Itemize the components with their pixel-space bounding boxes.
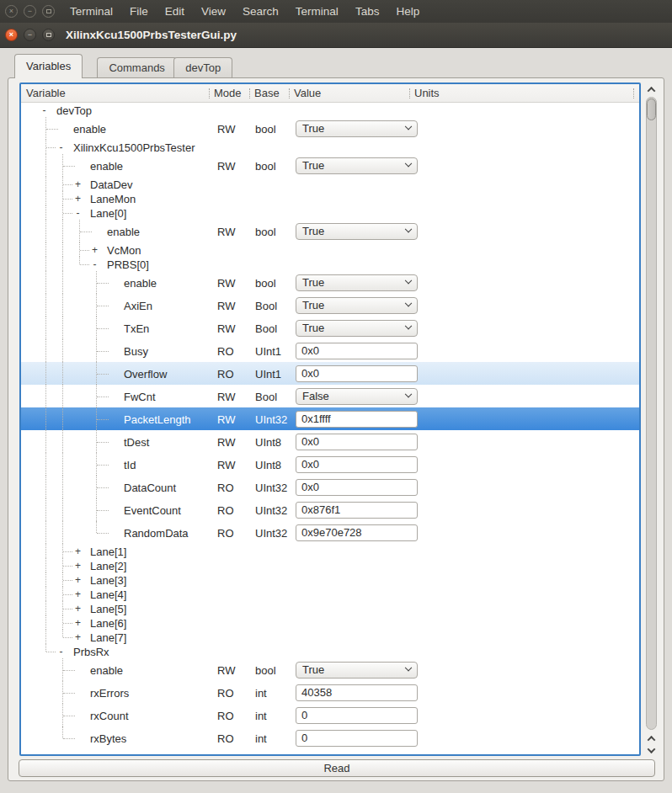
tree-row[interactable]: DataCountROUInt32 [21,476,639,498]
value-input[interactable] [296,343,418,359]
value-dropdown[interactable]: True [296,320,418,337]
expand-icon[interactable]: + [73,604,83,613]
tree-row[interactable]: +Lane[7] [21,630,639,644]
tab-variables[interactable]: Variables [14,54,83,78]
expand-icon[interactable]: + [73,590,83,599]
expand-icon[interactable]: + [73,547,83,556]
value-dropdown[interactable]: True [296,297,418,314]
value-input[interactable] [296,730,418,747]
tree-row[interactable]: enableRWboolTrue [21,117,639,140]
expand-icon[interactable]: + [73,633,83,641]
col-units[interactable]: Units [414,84,440,102]
collapse-icon[interactable]: - [56,143,66,152]
value-input[interactable] [296,456,418,473]
menu-item-terminal[interactable]: Terminal [61,0,121,23]
scroll-up-button[interactable] [644,82,659,96]
tree-row[interactable]: BusyROUInt1 [21,339,639,362]
tree-row[interactable]: tDestRWUInt8 [21,430,639,453]
tab-devtop[interactable]: devTop [173,57,232,78]
tree-row[interactable]: +VcMon [21,242,639,257]
menu-item-tabs[interactable]: Tabs [347,0,388,23]
value-input[interactable] [296,684,418,701]
tree-row[interactable]: tIdRWUInt8 [21,453,639,476]
value-dropdown[interactable]: True [296,223,418,240]
expand-icon[interactable]: + [90,246,99,254]
col-mode[interactable]: Mode [214,84,242,102]
value-dropdown[interactable]: True [296,662,418,679]
maximize-icon[interactable] [42,29,55,41]
tree-row[interactable]: +Lane[4] [21,587,639,601]
minimize-icon[interactable]: − [24,29,36,41]
col-value[interactable]: Value [294,84,321,102]
collapse-icon[interactable]: - [90,260,99,269]
value-input[interactable] [296,434,418,450]
menu-item-help[interactable]: Help [387,0,428,23]
tree-row[interactable]: enableRWboolTrue [21,154,639,177]
tree-row[interactable]: FwCntRWBoolFalse [21,385,639,407]
value-input[interactable] [296,502,418,519]
tree-row[interactable]: enableRWboolTrue [21,658,639,681]
menu-item-edit[interactable]: Edit [157,0,193,23]
value-dropdown[interactable]: False [296,388,418,405]
app-titlebar[interactable]: × − XilinxKcu1500PrbsTesterGui.py [0,23,672,48]
tree-row-hover[interactable]: OverflowROUInt1 [21,362,639,385]
expand-icon[interactable]: + [73,619,83,627]
menu-item-view[interactable]: View [193,0,234,23]
close-icon[interactable]: × [5,29,18,41]
expand-icon[interactable]: + [73,576,83,584]
scrollbar-track[interactable] [646,97,657,730]
tree-row[interactable]: +LaneMon [21,191,639,205]
collapse-icon[interactable]: - [40,106,49,114]
value-input[interactable] [296,365,418,382]
value-dropdown[interactable]: True [296,120,418,137]
value-input[interactable] [296,411,418,428]
value-input[interactable] [296,707,418,724]
tree-row[interactable]: +Lane[2] [21,558,639,572]
tree-row[interactable]: enableRWboolTrue [21,271,639,294]
tree-row[interactable]: rxCountROint [21,704,639,726]
value-input[interactable] [296,479,418,496]
window-minimize-icon[interactable]: − [24,5,36,18]
collapse-icon[interactable]: - [73,209,83,217]
tree-row[interactable]: -Lane[0] [21,205,639,220]
expand-icon[interactable]: + [73,561,83,570]
expand-icon[interactable]: + [73,194,83,203]
tree-row[interactable]: AxiEnRWBoolTrue [21,294,639,317]
window-maximize-icon[interactable] [42,5,55,18]
value-dropdown[interactable]: True [296,157,418,174]
tree-row[interactable]: TxEnRWBoolTrue [21,317,639,339]
value-dropdown[interactable]: True [296,274,418,291]
menu-item-terminal-2[interactable]: Terminal [287,0,347,23]
tree-row[interactable]: +Lane[3] [21,572,639,587]
tree-row[interactable]: -PRBS[0] [21,257,639,271]
tab-commands[interactable]: Commands [97,57,176,78]
tree-row[interactable]: rxErrorsROint [21,681,639,704]
tree-row[interactable]: -devTop [21,103,639,117]
tree-row[interactable]: +Lane[1] [21,544,639,558]
scroll-down-button[interactable] [644,744,659,756]
menu-item-file[interactable]: File [121,0,157,23]
menu-item-search[interactable]: Search [234,0,287,23]
tree-row[interactable]: EventCountROUInt32 [21,498,639,521]
tree-row[interactable]: -XilinxKcu1500PrbsTester [21,140,639,154]
tree-stub [63,716,75,716]
tree-row-selected[interactable]: PacketLengthRWUInt32 [21,407,639,430]
tree-row[interactable]: -PrbsRx [21,644,639,658]
tree-row[interactable]: enableRWboolTrue [21,220,639,242]
tree-row[interactable]: +Lane[5] [21,601,639,615]
tree-row[interactable]: +DataDev [21,177,639,191]
tree-guide [96,521,97,533]
read-button[interactable]: Read [19,759,655,777]
expand-icon[interactable]: + [73,180,83,189]
vertical-scrollbar[interactable] [644,82,659,756]
scroll-up-button[interactable] [644,732,659,744]
scrollbar-thumb[interactable] [647,98,656,120]
col-base[interactable]: Base [254,84,280,102]
value-input[interactable] [296,524,418,541]
window-close-icon[interactable]: × [5,5,18,18]
collapse-icon[interactable]: - [56,647,66,656]
tree-row[interactable]: rxBytesROint [21,726,639,749]
tree-row[interactable]: +Lane[6] [21,615,639,630]
tree-row[interactable]: RandomDataROUInt32 [21,521,639,544]
col-variable[interactable]: Variable [26,84,66,102]
